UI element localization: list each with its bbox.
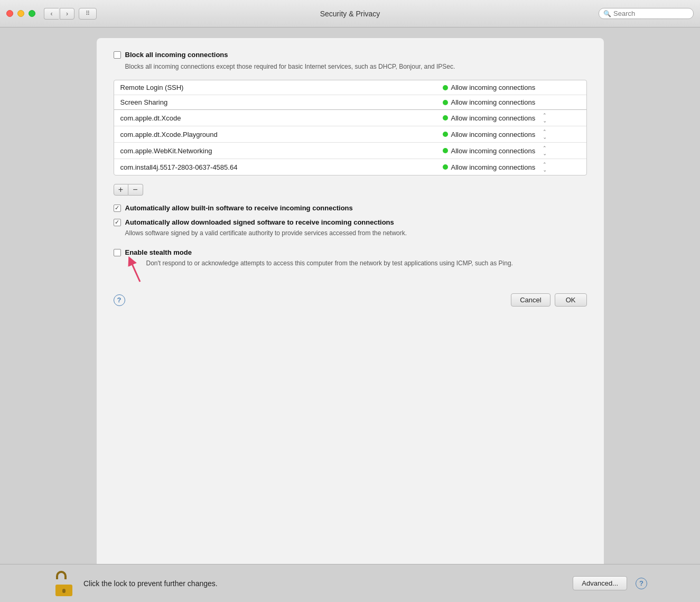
service-status: Allow incoming connections ⌃ ⌃ bbox=[443, 146, 580, 155]
ok-button[interactable]: OK bbox=[555, 293, 587, 307]
status-dot-green bbox=[443, 132, 448, 137]
arrow-up-icon[interactable]: ⌃ bbox=[543, 146, 547, 151]
lock-keyhole bbox=[62, 589, 66, 593]
auto-signed-checkbox[interactable] bbox=[114, 219, 121, 226]
stealth-description: Don't respond to or acknowledge attempts… bbox=[146, 258, 513, 268]
stepper-arrows[interactable]: ⌃ ⌃ bbox=[543, 146, 547, 155]
arrow-up-icon[interactable]: ⌃ bbox=[543, 113, 547, 118]
bottom-buttons: ? Cancel OK bbox=[114, 291, 587, 307]
status-dot-green bbox=[443, 164, 448, 170]
stealth-label: Enable stealth mode bbox=[125, 248, 192, 256]
auto-signed-row: Automatically allow downloaded signed so… bbox=[114, 218, 587, 226]
lock-icon[interactable] bbox=[53, 571, 75, 596]
status-text: Allow incoming connections bbox=[451, 131, 536, 138]
status-dot-green bbox=[443, 85, 448, 90]
auto-signed-item: Automatically allow downloaded signed so… bbox=[114, 218, 587, 238]
auto-builtin-label: Automatically allow built-in software to… bbox=[125, 204, 353, 212]
service-status: Allow incoming connections ⌃ ⌃ bbox=[443, 113, 580, 123]
status-dot-green bbox=[443, 148, 448, 153]
advanced-button[interactable]: Advanced... bbox=[573, 576, 627, 590]
auto-allow-section: Automatically allow built-in software to… bbox=[114, 204, 587, 238]
auto-builtin-item: Automatically allow built-in software to… bbox=[114, 204, 587, 212]
status-dot-green bbox=[443, 115, 448, 121]
nav-buttons: ‹ › bbox=[44, 8, 74, 20]
service-status: Allow incoming connections ⌃ ⌃ bbox=[443, 162, 580, 172]
minimize-button[interactable] bbox=[17, 10, 24, 17]
block-all-section: Block all incoming connections Blocks al… bbox=[114, 51, 587, 71]
table-row[interactable]: com.apple.dt.Xcode Allow incoming connec… bbox=[114, 110, 586, 126]
status-text: Allow incoming connections bbox=[451, 147, 536, 155]
table-row[interactable]: Remote Login (SSH) Allow incoming connec… bbox=[114, 80, 586, 95]
main-area: Block all incoming connections Blocks al… bbox=[0, 27, 700, 564]
stepper-arrows[interactable]: ⌃ ⌃ bbox=[543, 113, 547, 123]
status-text: Allow incoming connections bbox=[451, 114, 536, 122]
add-remove-buttons: + − bbox=[114, 184, 587, 196]
forward-button[interactable]: › bbox=[60, 8, 74, 20]
auto-signed-description: Allows software signed by a valid certif… bbox=[125, 228, 587, 238]
window-title: Security & Privacy bbox=[320, 10, 380, 18]
service-status: Allow incoming connections bbox=[443, 84, 580, 91]
search-input[interactable] bbox=[613, 10, 687, 17]
service-status: Allow incoming connections ⌃ ⌃ bbox=[443, 129, 580, 139]
status-text: Allow incoming connections bbox=[451, 98, 536, 106]
search-box[interactable]: 🔍 bbox=[599, 8, 694, 19]
titlebar: ‹ › ⠿ Security & Privacy 🔍 bbox=[0, 0, 700, 27]
stepper-arrows[interactable]: ⌃ ⌃ bbox=[543, 129, 547, 139]
pink-arrow-icon bbox=[125, 256, 144, 283]
service-name: com.apple.dt.Xcode bbox=[120, 114, 443, 122]
service-name: Remote Login (SSH) bbox=[120, 84, 443, 91]
arrow-down-icon[interactable]: ⌃ bbox=[543, 134, 547, 139]
table-row[interactable]: com.apple.dt.Xcode.Playground Allow inco… bbox=[114, 126, 586, 143]
lock-shackle bbox=[56, 571, 67, 579]
block-all-label: Block all incoming connections bbox=[125, 51, 228, 59]
stealth-row: Enable stealth mode bbox=[114, 248, 587, 256]
lock-body bbox=[55, 585, 72, 596]
traffic-lights bbox=[6, 10, 35, 17]
stealth-section: Enable stealth mode Don't respond to or … bbox=[114, 248, 587, 283]
footer-bar: Click the lock to prevent further change… bbox=[0, 564, 700, 602]
maximize-button[interactable] bbox=[29, 10, 35, 17]
status-text: Allow incoming connections bbox=[451, 84, 536, 91]
firewall-panel: Block all incoming connections Blocks al… bbox=[97, 38, 604, 564]
service-name: com.install4j.5517-2803-0637-4585.64 bbox=[120, 163, 443, 171]
remove-button[interactable]: − bbox=[128, 184, 143, 196]
service-status: Allow incoming connections bbox=[443, 98, 580, 106]
arrow-down-icon[interactable]: ⌃ bbox=[543, 151, 547, 155]
status-dot-green bbox=[443, 100, 448, 105]
arrow-up-icon[interactable]: ⌃ bbox=[543, 162, 547, 167]
stepper-arrows[interactable]: ⌃ ⌃ bbox=[543, 162, 547, 172]
service-name: com.apple.dt.Xcode.Playground bbox=[120, 131, 443, 138]
status-text: Allow incoming connections bbox=[451, 163, 536, 171]
stealth-checkbox[interactable] bbox=[114, 249, 121, 256]
auto-signed-label: Automatically allow downloaded signed so… bbox=[125, 218, 394, 226]
footer-help-button[interactable]: ? bbox=[636, 578, 647, 589]
svg-line-1 bbox=[130, 261, 140, 282]
auto-builtin-row: Automatically allow built-in software to… bbox=[114, 204, 587, 212]
help-button[interactable]: ? bbox=[114, 294, 125, 306]
block-all-checkbox[interactable] bbox=[114, 51, 121, 59]
services-table: Remote Login (SSH) Allow incoming connec… bbox=[114, 80, 587, 175]
service-name: com.apple.WebKit.Networking bbox=[120, 147, 443, 155]
close-button[interactable] bbox=[6, 10, 13, 17]
arrow-down-icon[interactable]: ⌃ bbox=[543, 167, 547, 172]
arrow-up-icon[interactable]: ⌃ bbox=[543, 129, 547, 134]
footer-text: Click the lock to prevent further change… bbox=[83, 579, 564, 588]
back-button[interactable]: ‹ bbox=[44, 8, 59, 20]
grid-button[interactable]: ⠿ bbox=[79, 8, 97, 20]
table-row[interactable]: com.apple.WebKit.Networking Allow incomi… bbox=[114, 143, 586, 159]
auto-builtin-checkbox[interactable] bbox=[114, 205, 121, 212]
search-icon: 🔍 bbox=[603, 10, 611, 17]
add-button[interactable]: + bbox=[114, 184, 128, 196]
service-name: Screen Sharing bbox=[120, 98, 443, 106]
block-all-description: Blocks all incoming connections except t… bbox=[125, 62, 587, 71]
block-all-row: Block all incoming connections bbox=[114, 51, 587, 59]
cancel-button[interactable]: Cancel bbox=[511, 293, 550, 307]
arrow-down-icon[interactable]: ⌃ bbox=[543, 118, 547, 123]
table-row[interactable]: Screen Sharing Allow incoming connection… bbox=[114, 95, 586, 110]
table-row[interactable]: com.install4j.5517-2803-0637-4585.64 All… bbox=[114, 159, 586, 175]
